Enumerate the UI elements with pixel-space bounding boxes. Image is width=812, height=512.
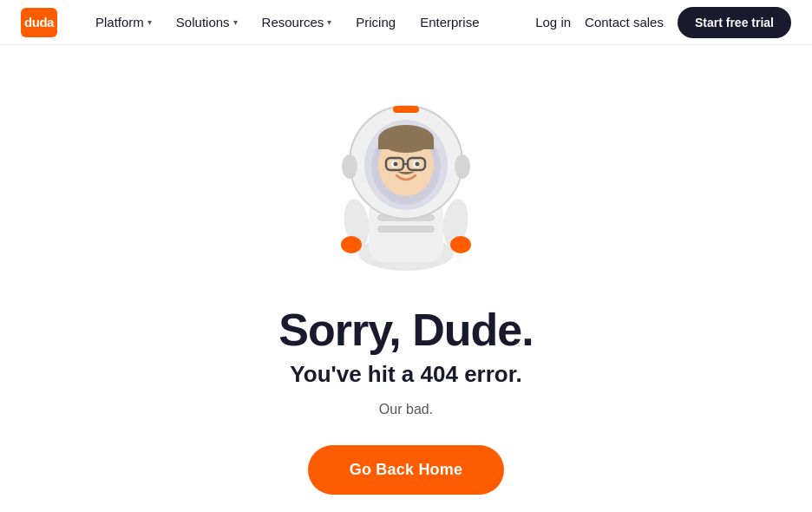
nav-item-resources-label: Resources — [262, 15, 324, 30]
svg-point-7 — [450, 236, 471, 253]
go-back-home-button[interactable]: Go Back Home — [308, 445, 504, 495]
error-subheading: You've hit a 404 error. — [290, 361, 521, 388]
svg-rect-22 — [393, 106, 419, 113]
svg-point-21 — [416, 162, 420, 167]
logo[interactable]: duda — [21, 8, 57, 37]
subheading-pre: You've hit a — [290, 361, 420, 387]
contact-sales-link[interactable]: Contact sales — [585, 15, 664, 30]
navigation: duda Platform ▾ Solutions ▾ Resources ▾ … — [0, 0, 812, 45]
svg-rect-14 — [378, 139, 434, 149]
nav-right: Log in Contact sales Start free trial — [535, 7, 791, 38]
nav-item-platform-label: Platform — [95, 15, 144, 30]
error-code: 404 — [421, 361, 458, 387]
error-heading: Sorry, Dude. — [278, 304, 533, 356]
svg-point-23 — [342, 154, 357, 179]
astronaut-illustration — [306, 71, 506, 279]
nav-item-enterprise-label: Enterprise — [420, 15, 479, 30]
svg-point-20 — [394, 162, 398, 167]
subheading-post: error. — [458, 361, 522, 387]
svg-point-24 — [455, 154, 470, 179]
nav-item-solutions-label: Solutions — [176, 15, 230, 30]
start-trial-button[interactable]: Start free trial — [678, 7, 791, 38]
logo-box: duda — [21, 8, 57, 37]
svg-point-5 — [341, 236, 362, 253]
nav-item-solutions[interactable]: Solutions ▾ — [166, 8, 248, 36]
nav-item-enterprise[interactable]: Enterprise — [409, 8, 489, 36]
chevron-down-icon: ▾ — [327, 17, 331, 27]
nav-item-pricing[interactable]: Pricing — [345, 8, 406, 36]
nav-item-resources[interactable]: Resources ▾ — [252, 8, 343, 36]
nav-items: Platform ▾ Solutions ▾ Resources ▾ Prici… — [85, 8, 535, 36]
nav-item-platform[interactable]: Platform ▾ — [85, 8, 162, 36]
svg-rect-3 — [377, 226, 435, 233]
login-link[interactable]: Log in — [535, 15, 571, 30]
error-caption: Our bad. — [379, 402, 433, 417]
chevron-down-icon: ▾ — [233, 17, 238, 27]
nav-item-pricing-label: Pricing — [356, 15, 396, 30]
main-content: Sorry, Dude. You've hit a 404 error. Our… — [0, 45, 812, 512]
logo-text: duda — [24, 15, 54, 30]
chevron-down-icon: ▾ — [147, 17, 152, 27]
